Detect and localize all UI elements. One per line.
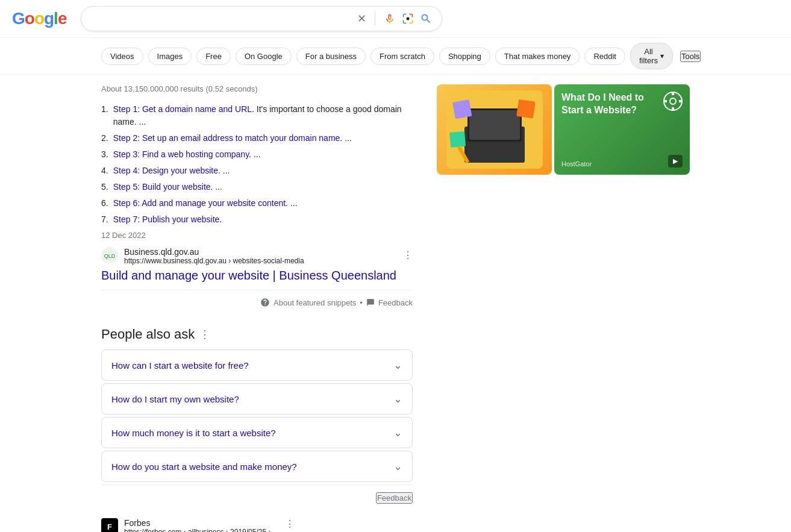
paa-question-2[interactable]: How do I start my own website? ⌄ bbox=[102, 384, 412, 414]
lens-search-button[interactable] bbox=[402, 13, 414, 25]
paa-item-4: How do you start a website and make mone… bbox=[101, 451, 413, 482]
step-5-content: Step 5: Build your website. ... bbox=[113, 181, 222, 193]
paa-question-1-text: How can I start a website for free? bbox=[111, 360, 249, 371]
favicon-icon: QLD bbox=[104, 249, 116, 261]
right-image-1[interactable] bbox=[437, 84, 552, 175]
search-bar-icons: ✕ bbox=[357, 11, 432, 26]
forbes-more-icon[interactable]: ⋮ bbox=[285, 518, 295, 530]
left-column: About 13,150,000,000 results (0.52 secon… bbox=[101, 84, 413, 532]
lens-icon bbox=[402, 13, 414, 25]
divider-1 bbox=[101, 290, 413, 290]
source-result-link[interactable]: Build and manage your website | Business… bbox=[101, 269, 413, 283]
snippet-date: 12 Dec 2022 bbox=[101, 231, 413, 240]
play-button-area[interactable]: ▶ bbox=[668, 155, 683, 167]
separator bbox=[375, 11, 375, 26]
feedback-icon bbox=[366, 298, 375, 307]
paa-question-3[interactable]: How much money is it to start a website?… bbox=[102, 418, 412, 448]
all-filters-button[interactable]: All filters ▾ bbox=[630, 43, 673, 69]
filter-chip-for-business[interactable]: For a business bbox=[296, 48, 366, 65]
paa-header: People also ask ⋮ bbox=[101, 327, 413, 342]
forbes-favicon: F bbox=[101, 518, 118, 532]
paa-question-4[interactable]: How do you start a website and make mone… bbox=[102, 451, 412, 481]
clear-icon: ✕ bbox=[357, 12, 366, 25]
step-6-link[interactable]: Step 6: Add and manage your website cont… bbox=[113, 198, 288, 208]
about-featured-snippets-link[interactable]: About featured snippets bbox=[274, 298, 356, 307]
play-icon: ▶ bbox=[673, 157, 678, 165]
step-3-content: Step 3: Find a web hosting company. ... bbox=[113, 148, 261, 161]
forbes-favicon-letter: F bbox=[107, 522, 112, 531]
paa-feedback-button[interactable]: Feedback bbox=[376, 492, 413, 504]
forbes-info: Forbes https://forbes.com › allbusiness … bbox=[124, 518, 279, 532]
step-2-rest: ... bbox=[345, 133, 352, 143]
snippet-step-1: 1. Step 1: Get a domain name and URL. It… bbox=[101, 103, 413, 128]
forbes-site-name: Forbes bbox=[124, 518, 279, 528]
svg-point-0 bbox=[407, 17, 410, 20]
filter-chip-shopping[interactable]: Shopping bbox=[439, 48, 490, 65]
paa-item-3: How much money is it to start a website?… bbox=[101, 417, 413, 448]
step-num-3: 3. bbox=[101, 148, 108, 161]
dot-separator: • bbox=[360, 298, 363, 307]
step-4-content: Step 4: Design your website. ... bbox=[113, 164, 230, 177]
header: Google how to start a website ✕ bbox=[0, 0, 791, 38]
snippet-step-5: 5. Step 5: Build your website. ... bbox=[101, 181, 413, 193]
filters-right: All filters ▾ Tools bbox=[630, 43, 701, 69]
filter-chip-videos[interactable]: Videos bbox=[101, 48, 143, 65]
step-num-4: 4. bbox=[101, 164, 108, 177]
filter-chip-images[interactable]: Images bbox=[148, 48, 192, 65]
svg-rect-6 bbox=[469, 110, 520, 140]
step-3-link[interactable]: Step 3: Find a web hosting company. bbox=[113, 149, 251, 159]
filter-chip-from-scratch[interactable]: From scratch bbox=[370, 48, 434, 65]
filter-chip-that-makes-money[interactable]: That makes money bbox=[495, 48, 580, 65]
forbes-section: F Forbes https://forbes.com › allbusines… bbox=[101, 518, 413, 532]
step-6-content: Step 6: Add and manage your website cont… bbox=[113, 197, 298, 210]
clear-button[interactable]: ✕ bbox=[357, 12, 366, 25]
paa-question-3-text: How much money is it to start a website? bbox=[111, 428, 276, 438]
source-favicon: QLD bbox=[101, 247, 118, 264]
step-1-link[interactable]: Step 1: Get a domain name and URL. bbox=[113, 104, 254, 114]
step-4-link[interactable]: Step 4: Design your website. bbox=[113, 166, 220, 175]
help-icon bbox=[260, 298, 270, 307]
chevron-down-icon-2: ⌄ bbox=[393, 392, 402, 405]
snippet-step-7: 7. Step 7: Publish your website. bbox=[101, 213, 413, 226]
snippet-step-3: 3. Step 3: Find a web hosting company. .… bbox=[101, 148, 413, 161]
snippet-step-6: 6. Step 6: Add and manage your website c… bbox=[101, 197, 413, 210]
paa-question-1[interactable]: How can I start a website for free? ⌄ bbox=[102, 350, 412, 380]
paa-bottom-divider bbox=[101, 484, 413, 485]
paa-feedback-row: Feedback bbox=[101, 487, 413, 509]
paa-question-2-text: How do I start my own website? bbox=[111, 394, 239, 404]
step-2-link[interactable]: Step 2: Set up an email address to match… bbox=[113, 133, 343, 143]
svg-text:QLD: QLD bbox=[104, 253, 116, 259]
right-image-2-title: What Do I Need to Start a Website? bbox=[561, 92, 646, 117]
step-num-6: 6. bbox=[101, 197, 108, 210]
filter-chip-on-google[interactable]: On Google bbox=[236, 48, 292, 65]
step-7-link[interactable]: Step 7: Publish your website. bbox=[113, 214, 222, 224]
filters-bar: Videos Images Free On Google For a busin… bbox=[0, 38, 791, 75]
step-5-link[interactable]: Step 5: Build your website. bbox=[113, 182, 213, 192]
tools-button[interactable]: Tools bbox=[680, 51, 701, 62]
step-7-content: Step 7: Publish your website. bbox=[113, 213, 222, 226]
paa-menu-icon[interactable]: ⋮ bbox=[199, 328, 210, 341]
chevron-down-icon-3: ⌄ bbox=[393, 426, 402, 439]
source-url: https://www.business.qld.gov.au › websit… bbox=[124, 257, 397, 265]
step-num-1: 1. bbox=[101, 103, 108, 128]
all-filters-label: All filters bbox=[639, 47, 658, 65]
right-image-2[interactable]: What Do I Need to Start a Website? ▶ Hos… bbox=[554, 84, 690, 175]
search-input[interactable]: how to start a website bbox=[91, 13, 352, 24]
chevron-down-icon: ▾ bbox=[660, 52, 664, 60]
voice-search-button[interactable] bbox=[384, 13, 396, 25]
featured-snippet: 1. Step 1: Get a domain name and URL. It… bbox=[101, 103, 413, 283]
hostgator-label: HostGator bbox=[561, 160, 592, 167]
source-info: Business.qld.gov.au https://www.business… bbox=[124, 247, 397, 265]
filter-chip-free[interactable]: Free bbox=[196, 48, 231, 65]
snippet-step-4: 4. Step 4: Design your website. ... bbox=[101, 164, 413, 177]
svg-rect-7 bbox=[452, 99, 472, 119]
more-options-icon[interactable]: ⋮ bbox=[403, 249, 413, 261]
search-submit-button[interactable] bbox=[420, 13, 432, 25]
filter-chip-reddit[interactable]: Reddit bbox=[584, 48, 625, 65]
paa-section: People also ask ⋮ How can I start a webs… bbox=[101, 327, 413, 509]
step-num-7: 7. bbox=[101, 213, 108, 226]
svg-rect-9 bbox=[449, 131, 466, 148]
feedback-link[interactable]: Feedback bbox=[378, 298, 413, 307]
source-site-name: Business.qld.gov.au bbox=[124, 247, 397, 257]
forbes-site-url: https://forbes.com › allbusiness › 2019/… bbox=[124, 528, 279, 532]
